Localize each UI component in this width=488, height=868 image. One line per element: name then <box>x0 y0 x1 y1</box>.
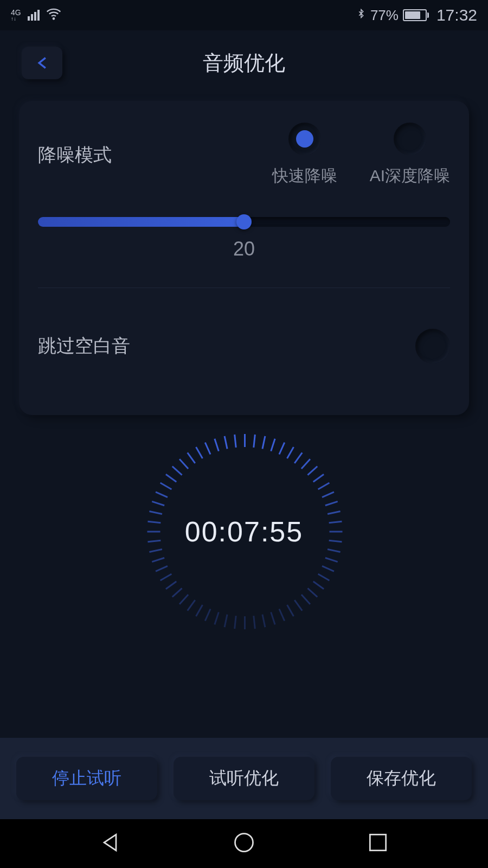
radio-label: 快速降噪 <box>272 165 337 187</box>
chevron-left-icon <box>35 54 50 72</box>
timer-dial: 00:07:55 <box>146 434 342 629</box>
status-right: 77% 17:32 <box>356 6 477 24</box>
slider-track[interactable] <box>38 217 450 227</box>
noise-mode-row: 降噪模式 快速降噪 AI深度降噪 <box>38 123 450 187</box>
page-title: 音频优化 <box>203 49 285 77</box>
status-left: 4G ↑↓ <box>11 6 61 25</box>
preview-optimize-button[interactable]: 试听优化 <box>174 757 314 800</box>
back-button[interactable] <box>22 47 62 79</box>
settings-card: 降噪模式 快速降噪 AI深度降噪 20 跳过空白音 <box>19 101 469 415</box>
skip-blank-row: 跳过空白音 <box>38 288 450 393</box>
bluetooth-icon <box>356 7 366 24</box>
svg-rect-2 <box>370 834 386 850</box>
noise-mode-label: 降噪模式 <box>38 143 146 168</box>
slider-value: 20 <box>38 238 450 260</box>
slider-thumb[interactable] <box>236 214 252 229</box>
bottom-panel: 停止试听 试听优化 保存优化 <box>0 738 488 819</box>
nav-bar <box>0 819 488 868</box>
save-optimize-button[interactable]: 保存优化 <box>331 757 472 800</box>
noise-mode-options: 快速降噪 AI深度降噪 <box>146 123 450 187</box>
svg-point-1 <box>235 834 253 852</box>
slider-fill <box>38 217 244 227</box>
svg-point-0 <box>53 18 54 19</box>
battery-percent: 77% <box>370 7 399 24</box>
skip-blank-toggle[interactable] <box>415 329 450 363</box>
network-type-icon: 4G ↑↓ <box>11 9 21 22</box>
stop-preview-button[interactable]: 停止试听 <box>16 757 157 800</box>
radio-circle-icon <box>394 123 426 155</box>
wifi-icon <box>46 6 61 25</box>
battery-icon <box>403 9 429 21</box>
radio-circle-icon <box>288 123 321 155</box>
clock-time: 17:32 <box>436 6 477 24</box>
signal-bars-icon <box>28 10 40 21</box>
radio-label: AI深度降噪 <box>370 165 450 187</box>
nav-home-button[interactable] <box>232 831 256 857</box>
radio-option-fast[interactable]: 快速降噪 <box>272 123 337 187</box>
timer-container: 00:07:55 <box>0 434 488 629</box>
nav-back-button[interactable] <box>98 831 122 857</box>
status-bar: 4G ↑↓ 77% 17:32 <box>0 0 488 30</box>
nav-recent-button[interactable] <box>366 831 390 857</box>
noise-level-slider: 20 <box>38 217 450 288</box>
skip-blank-label: 跳过空白音 <box>38 334 130 359</box>
tick-marks <box>146 434 342 629</box>
radio-option-ai[interactable]: AI深度降噪 <box>370 123 450 187</box>
header: 音频优化 <box>0 30 488 95</box>
